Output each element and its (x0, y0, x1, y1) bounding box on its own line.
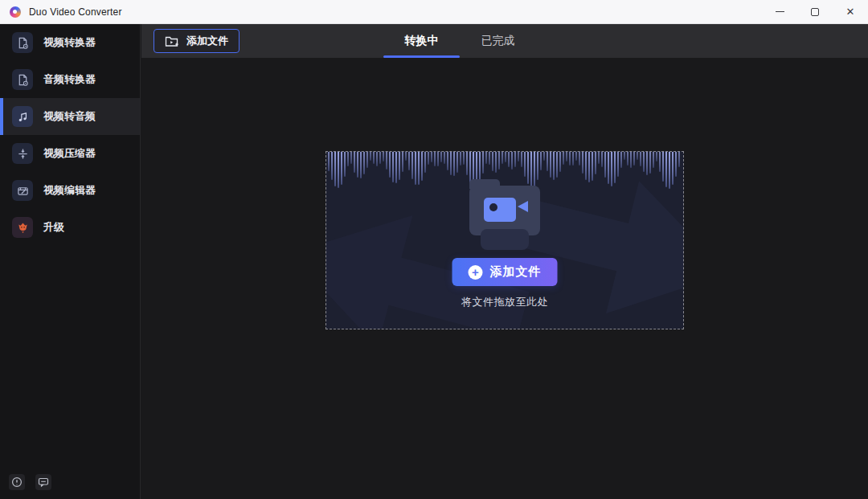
waveform-bar (611, 152, 612, 186)
waveform-bar (675, 152, 677, 177)
sidebar-footer (0, 472, 141, 494)
waveform-bar (505, 152, 506, 162)
waveform-bar (534, 152, 535, 186)
waveform-bar (585, 152, 587, 180)
waveform-bar (672, 152, 674, 185)
waveform-bar (566, 152, 567, 162)
sidebar: 视频转换器 音频转换器 视频转音频 (0, 24, 141, 499)
sidebar-item-upgrade[interactable]: 升级 (0, 209, 140, 246)
video-editor-icon (12, 180, 33, 201)
waveform-bar (653, 152, 654, 168)
sidebar-item-label: 视频压缩器 (43, 146, 96, 161)
waveform-bar (347, 152, 349, 166)
waveform-bar (646, 152, 648, 175)
info-button[interactable] (9, 474, 25, 490)
waveform-bar (357, 152, 358, 178)
file-dropzone[interactable]: + 添加文件 将文件拖放至此处 (326, 151, 684, 329)
waveform-bar (669, 152, 670, 189)
waveform-bar (344, 152, 346, 177)
app-window: Duo Video Converter ✕ 视频转换器 (0, 0, 868, 499)
waveform-bar (556, 152, 558, 178)
waveform-bar (489, 152, 490, 165)
plus-icon: + (469, 265, 483, 280)
sidebar-item-video-compressor[interactable]: 视频压缩器 (0, 135, 140, 172)
add-files-toolbar-button[interactable]: 添加文件 (154, 29, 240, 53)
waveform-bar (569, 152, 571, 166)
tab-converting[interactable]: 转换中 (383, 24, 460, 58)
waveform-bar (649, 152, 651, 174)
waveform-bar (620, 152, 622, 168)
waveform-bar (402, 152, 403, 172)
waveform-bar (421, 152, 423, 181)
waveform-bar (428, 152, 429, 165)
waveform-bar (482, 152, 484, 174)
close-button[interactable]: ✕ (833, 0, 868, 24)
upgrade-icon (12, 217, 33, 238)
add-files-button[interactable]: + 添加文件 (452, 258, 558, 286)
waveform-bar (447, 152, 448, 170)
waveform-bar (453, 152, 455, 176)
waveform-bar (492, 152, 493, 171)
waveform-bar (633, 152, 635, 166)
waveform-bar (656, 152, 657, 162)
add-files-toolbar-label: 添加文件 (186, 34, 228, 48)
waveform-bar (508, 152, 510, 167)
close-icon: ✕ (846, 6, 855, 17)
video-folder-icon (469, 186, 540, 235)
waveform-bar (366, 152, 368, 168)
waveform-bar (498, 152, 500, 170)
waveform-bar (440, 152, 442, 162)
sidebar-item-video-editor[interactable]: 视频编辑器 (0, 172, 140, 209)
waveform-bar (437, 152, 439, 166)
waveform-bar (592, 152, 593, 181)
waveform-bar (331, 152, 333, 180)
waveform-bar (598, 152, 600, 164)
waveform-bar (608, 152, 609, 184)
waveform-bar (665, 152, 667, 187)
sidebar-item-video-to-audio[interactable]: 视频转音频 (0, 98, 140, 135)
waveform-bar (579, 152, 580, 166)
waveform-bar (614, 152, 616, 183)
waveform-bar (379, 152, 381, 164)
sidebar-item-video-converter[interactable]: 视频转换器 (0, 24, 140, 61)
info-icon (11, 477, 23, 488)
feedback-button[interactable] (35, 474, 51, 490)
waveform-bar (363, 152, 365, 174)
waveform-bar (415, 152, 416, 185)
waveform-bar (627, 152, 628, 166)
waveform-bar (392, 152, 394, 182)
waveform-bar (411, 152, 413, 179)
waveform-bar (604, 152, 606, 178)
waveform-bar (370, 152, 371, 161)
add-folder-icon (165, 35, 180, 47)
video-camera-icon (518, 201, 528, 212)
dropzone-hint: 将文件拖放至此处 (326, 295, 683, 309)
waveform-bar (550, 152, 551, 178)
waveform-bar (408, 152, 410, 170)
window-title: Duo Video Converter (29, 6, 122, 18)
waveform-bar (543, 152, 545, 161)
waveform-bar (659, 152, 661, 172)
waveform-bar (460, 152, 461, 166)
toolbar: 添加文件 转换中 已完成 (141, 24, 868, 58)
sidebar-item-label: 视频转换器 (43, 35, 96, 50)
video-to-audio-icon (12, 106, 33, 127)
waveform-bar (582, 152, 583, 174)
waveform-bar (350, 152, 352, 164)
waveform-bar (540, 152, 542, 170)
waveform-bar (640, 152, 641, 166)
sidebar-item-audio-converter[interactable]: 音频转换器 (0, 61, 140, 98)
waveform-bar (643, 152, 645, 172)
waveform-bar (518, 152, 519, 162)
waveform-bar (502, 152, 503, 164)
waveform-bar (662, 152, 664, 182)
maximize-button[interactable] (797, 0, 833, 24)
waveform-bar (559, 152, 561, 172)
sidebar-item-label: 视频转音频 (43, 109, 96, 124)
waveform-bar (424, 152, 426, 173)
waveform-bar (575, 152, 577, 161)
minimize-button[interactable] (762, 0, 797, 24)
waveform-bar (405, 152, 407, 161)
tab-completed[interactable]: 已完成 (460, 24, 536, 58)
waveform-bar (547, 152, 548, 171)
